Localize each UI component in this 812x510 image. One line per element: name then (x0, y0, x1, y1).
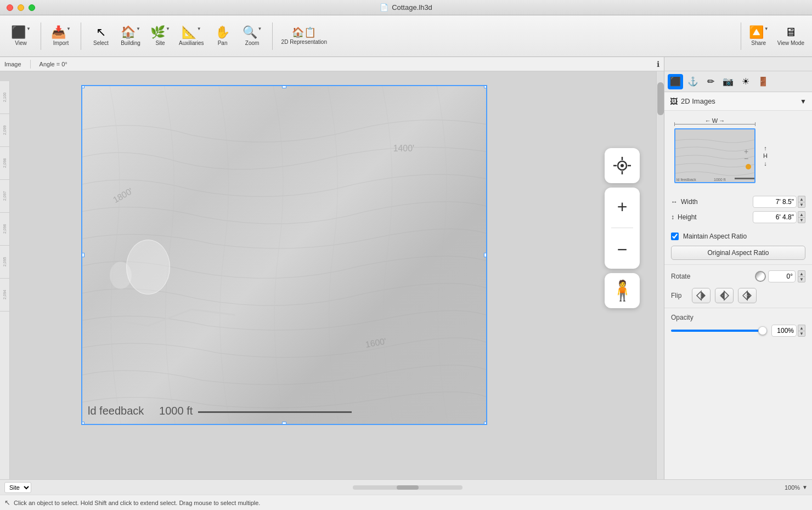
locate-button[interactable] (605, 148, 640, 183)
window-controls[interactable] (7, 4, 35, 11)
handle-top-left[interactable] (81, 85, 84, 88)
opacity-stepper[interactable]: ▲ ▼ (798, 325, 805, 337)
main-toolbar: ⬛ ▼ View 📥 ▼ Import ↖ Select 🏠 ▼ Buildin… (0, 15, 812, 57)
handle-bottom-center[interactable] (282, 422, 286, 425)
scroll-track[interactable] (353, 485, 463, 490)
handle-top-right[interactable] (484, 85, 487, 88)
dropdown-image-icon: 🖼 (670, 97, 678, 106)
view-tool[interactable]: ⬛ ▼ View (7, 20, 35, 53)
toolbar-right-group: 🔼 ▼ Share 🖥 View Mode (738, 20, 808, 53)
opacity-stepper-down[interactable]: ▼ (798, 331, 805, 337)
height-icon: ↕ (671, 213, 674, 221)
panel-layers-icon[interactable]: ⬛ (668, 74, 683, 89)
flip-horizontal-left-button[interactable] (715, 288, 734, 303)
building-label: Building (121, 40, 140, 46)
height-stepper-up[interactable]: ▲ (798, 211, 805, 217)
handle-middle-right[interactable] (484, 253, 487, 257)
height-stepper-down[interactable]: ▼ (798, 217, 805, 223)
width-stepper-down[interactable]: ▼ (798, 202, 805, 208)
pan-tool[interactable]: ✋ Pan (208, 20, 237, 53)
share-dropdown-arrow: ▼ (764, 26, 769, 31)
width-value: ▲ ▼ (753, 196, 805, 208)
view-mode-icon: 🖥 (785, 26, 797, 38)
width-icon: ↔ (671, 198, 678, 206)
opacity-input[interactable] (771, 325, 797, 337)
handle-bottom-left[interactable] (81, 422, 84, 425)
panel-pen-icon[interactable]: ✏ (703, 74, 718, 89)
height-label-preview: H (763, 152, 768, 159)
width-stepper-up[interactable]: ▲ (798, 196, 805, 202)
flip-vertical-button[interactable] (692, 288, 710, 303)
svg-text:1800': 1800' (111, 186, 134, 205)
rotate-circle-icon (755, 271, 766, 282)
maximize-button[interactable] (29, 4, 35, 11)
height-stepper[interactable]: ▲ ▼ (798, 211, 805, 223)
map-image-container[interactable]: 1800' 1400' 1600' (81, 85, 487, 425)
original-aspect-label: Original Aspect Ratio (707, 249, 769, 257)
scrollbar-thumb[interactable] (657, 82, 664, 115)
zoom-out-button[interactable]: − (605, 241, 640, 258)
flip-horizontal-right-icon (742, 290, 753, 301)
sep1 (41, 22, 41, 50)
width-row: ↔ Width ▲ ▼ (671, 194, 805, 209)
preview-image[interactable]: ld feedback 1000 ft + − (674, 128, 755, 183)
svg-marker-17 (701, 291, 706, 300)
select-tool[interactable]: ↖ Select (87, 20, 115, 53)
zoom-dropdown-icon[interactable]: ▼ (802, 484, 808, 490)
original-aspect-button[interactable]: Original Aspect Ratio (671, 246, 805, 260)
panel-camera-icon[interactable]: 📷 (720, 74, 736, 89)
representation-tool[interactable]: 🏠📋 2D Representation (278, 20, 330, 53)
building-dropdown-arrow: ▼ (136, 26, 140, 31)
share-tool[interactable]: 🔼 ▼ Share (745, 20, 773, 53)
canvas-scrollbar-vertical[interactable] (656, 71, 664, 479)
scroll-thumb[interactable] (397, 485, 419, 490)
width-stepper[interactable]: ▲ ▼ (798, 196, 805, 208)
panel-anchor-icon[interactable]: ⚓ (685, 74, 701, 89)
toolbar-group-tools: ↖ Select 🏠 ▼ Building 🌿 ▼ Site 📐 ▼ Auxil… (84, 20, 269, 53)
close-button[interactable] (7, 4, 13, 11)
svg-text:−: − (744, 154, 748, 163)
person-button[interactable]: 🧍 (605, 273, 640, 308)
svg-marker-18 (697, 291, 701, 300)
maintain-aspect-checkbox[interactable] (671, 233, 679, 240)
panel-door-icon[interactable]: 🚪 (755, 74, 771, 89)
height-input[interactable] (753, 211, 797, 223)
building-tool[interactable]: 🏠 ▼ Building (116, 20, 145, 53)
site-tool[interactable]: 🌿 ▼ Site (146, 20, 174, 53)
zoom-label: Zoom (245, 40, 260, 46)
flip-vertical-icon (696, 290, 707, 301)
view-mode-tool[interactable]: 🖥 View Mode (774, 20, 808, 53)
import-tool[interactable]: 📥 ▼ Import (47, 20, 75, 53)
rotate-stepper-down[interactable]: ▼ (798, 276, 805, 282)
site-label: Site (155, 40, 165, 46)
minimize-button[interactable] (18, 4, 24, 11)
opacity-value-box: ▲ ▼ (771, 325, 805, 337)
opacity-slider[interactable] (671, 330, 767, 332)
panel-dropdown-bar: 🖼 2D Images ▼ (664, 92, 812, 111)
auxiliaries-tool[interactable]: 📐 ▼ Auxiliaries (176, 20, 207, 53)
rotate-stepper[interactable]: ▲ ▼ (798, 270, 805, 282)
file-icon: 📄 (380, 3, 388, 12)
handle-top-center[interactable] (282, 85, 286, 88)
height-indicator: ↑ H ↓ (763, 128, 768, 183)
canvas[interactable]: 1800' 1400' 1600' (10, 71, 656, 479)
panel-divider-1 (664, 264, 812, 265)
rotate-input[interactable] (768, 270, 796, 282)
width-input[interactable] (753, 196, 797, 208)
flip-horizontal-right-button[interactable] (738, 288, 757, 303)
svg-text:1400': 1400' (393, 144, 414, 153)
info-icon[interactable]: ℹ (657, 60, 659, 69)
opacity-stepper-up[interactable]: ▲ (798, 325, 805, 331)
share-label: Share (751, 40, 766, 46)
auxiliaries-label: Auxiliaries (179, 40, 204, 46)
zoom-tool[interactable]: 🔍 ▼ Zoom (238, 20, 267, 53)
handle-bottom-right[interactable] (484, 422, 487, 425)
zoom-in-button[interactable]: + (605, 198, 640, 216)
panel-light-icon[interactable]: ☀ (738, 74, 753, 89)
rotate-stepper-up[interactable]: ▲ (798, 270, 805, 276)
rotate-section-label: Rotate (671, 273, 690, 280)
handle-middle-left[interactable] (81, 253, 84, 257)
map-bottom-text: ld feedback 1000 ft (88, 405, 352, 417)
layer-select[interactable]: Site (4, 482, 31, 493)
dropdown-arrow-icon[interactable]: ▼ (800, 98, 807, 105)
